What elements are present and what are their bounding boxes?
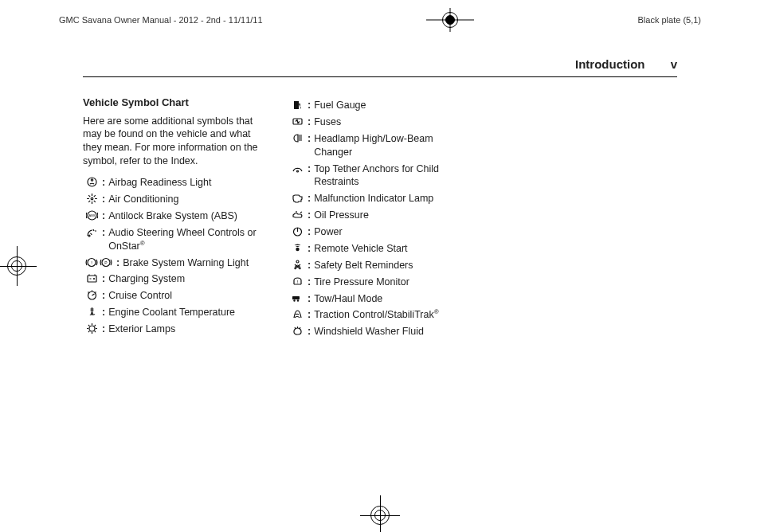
symbol-entry: :Air Conditioning [83, 193, 266, 206]
section-title: Introduction [575, 57, 644, 71]
symbol-label: Tow/Haul Mode [314, 292, 472, 306]
symbol-list-1: :Airbag Readiness Light:Air Conditioning… [83, 176, 266, 336]
separator: : [308, 132, 311, 146]
symbol-label: Exterior Lamps [108, 323, 266, 336]
symbol-entry: :Safety Belt Reminders [288, 259, 472, 272]
symbol-entry: :Remote Vehicle Start [288, 242, 472, 256]
symbol-label: Windshield Washer Fluid [314, 325, 472, 338]
page-body: Vehicle Symbol Chart Here are some addit… [83, 96, 677, 500]
intro-text: Here are some additional symbols that ma… [83, 115, 266, 169]
separator: : [102, 209, 105, 223]
separator: : [308, 242, 311, 256]
symbol-label: Engine Coolant Temperature [108, 306, 266, 319]
separator: : [102, 176, 105, 190]
tpms-icon [288, 276, 306, 288]
running-head: Introduction v [575, 57, 677, 71]
washer-icon [288, 325, 306, 337]
symbol-entry: :Tow/Haul Mode [288, 292, 472, 306]
coolant-icon [83, 306, 100, 318]
print-header-right: Black plate (5,1) [638, 15, 701, 25]
separator: : [308, 325, 311, 338]
ac-icon [83, 193, 100, 205]
separator: : [102, 193, 105, 206]
symbol-entry: :Tire Pressure Monitor [288, 276, 472, 289]
separator: : [308, 308, 311, 322]
symbol-label: Headlamp High/Low-Beam Changer [314, 132, 472, 159]
registration-mark-icon [360, 495, 400, 532]
registration-mark-icon [0, 246, 37, 286]
registration-mark-icon [431, 11, 469, 29]
symbol-label: Traction Control/StabiliTrak® [314, 308, 472, 322]
symbol-entry: :Power [288, 225, 472, 239]
symbol-label: Brake System Warning Light [123, 256, 266, 270]
symbol-label: Antilock Brake System (ABS) [108, 209, 266, 223]
separator: : [308, 162, 311, 176]
symbol-entry: :Top Tether Anchors for Child Restraints [288, 162, 472, 190]
symbol-label: Fuses [314, 115, 472, 129]
abs-icon [83, 209, 100, 221]
column-1: Vehicle Symbol Chart Here are some addit… [83, 96, 266, 342]
towhaul-icon [288, 292, 306, 304]
headlamp-icon [288, 132, 306, 144]
symbol-label: Fuel Gauge [314, 99, 472, 112]
traction-icon [288, 308, 306, 320]
separator: : [308, 225, 311, 239]
symbol-entry: :Exterior Lamps [83, 323, 266, 336]
separator: : [102, 226, 105, 240]
separator: : [102, 323, 105, 336]
brake-warning-icon [83, 256, 115, 268]
symbol-entry: :Airbag Readiness Light [83, 176, 266, 190]
battery-icon [83, 272, 100, 284]
symbol-entry: :Windshield Washer Fluid [288, 325, 472, 338]
column-2: :Fuel Gauge:Fuses:Headlamp High/Low-Beam… [288, 96, 472, 342]
symbol-entry: :Antilock Brake System (ABS) [83, 209, 266, 223]
symbol-label: Charging System [108, 272, 266, 286]
symbol-entry: :Malfunction Indicator Lamp [288, 192, 472, 205]
fuel-icon [288, 99, 306, 111]
symbol-label: Oil Pressure [314, 209, 472, 222]
separator: : [116, 256, 119, 270]
page-number: v [671, 57, 677, 71]
symbol-entry: :Charging System [83, 272, 266, 286]
seatbelt-icon [288, 259, 306, 271]
power-icon [288, 225, 306, 237]
cruise-icon [83, 289, 100, 301]
separator: : [102, 289, 105, 303]
horizontal-rule [83, 76, 677, 77]
fuse-icon [288, 115, 306, 127]
symbol-entry: :Fuses [288, 115, 472, 129]
symbol-entry: :Cruise Control [83, 289, 266, 303]
symbol-entry: :Fuel Gauge [288, 99, 472, 112]
symbol-label: Malfunction Indicator Lamp [314, 192, 472, 205]
separator: : [308, 99, 311, 112]
separator: : [308, 276, 311, 289]
symbol-label: Tire Pressure Monitor [314, 276, 472, 289]
oil-icon [288, 209, 306, 221]
symbol-label: Audio Steering Wheel Controls or OnStar® [108, 226, 266, 253]
tether-icon [288, 162, 306, 174]
symbol-entry: :Engine Coolant Temperature [83, 306, 266, 319]
airbag-icon [83, 176, 100, 188]
symbol-list-2: :Fuel Gauge:Fuses:Headlamp High/Low-Beam… [288, 99, 472, 338]
separator: : [308, 192, 311, 205]
separator: : [308, 259, 311, 272]
separator: : [102, 306, 105, 319]
lamp-icon [83, 323, 100, 334]
symbol-label: Top Tether Anchors for Child Restraints [314, 162, 472, 190]
symbol-label: Airbag Readiness Light [108, 176, 266, 190]
print-header-left: GMC Savana Owner Manual - 2012 - 2nd - 1… [59, 15, 263, 25]
section-heading: Vehicle Symbol Chart [83, 96, 266, 110]
symbol-label: Air Conditioning [108, 193, 266, 206]
symbol-entry: :Audio Steering Wheel Controls or OnStar… [83, 226, 266, 253]
print-header: GMC Savana Owner Manual - 2012 - 2nd - 1… [59, 11, 701, 29]
column-3 [494, 96, 677, 342]
separator: : [308, 115, 311, 129]
symbol-entry: :Traction Control/StabiliTrak® [288, 308, 472, 322]
symbol-label: Remote Vehicle Start [314, 242, 472, 256]
mil-icon [288, 192, 306, 204]
separator: : [308, 292, 311, 306]
audio-wheel-icon [83, 226, 100, 238]
symbol-entry: :Brake System Warning Light [83, 256, 266, 270]
symbol-label: Cruise Control [108, 289, 266, 303]
separator: : [308, 209, 311, 222]
